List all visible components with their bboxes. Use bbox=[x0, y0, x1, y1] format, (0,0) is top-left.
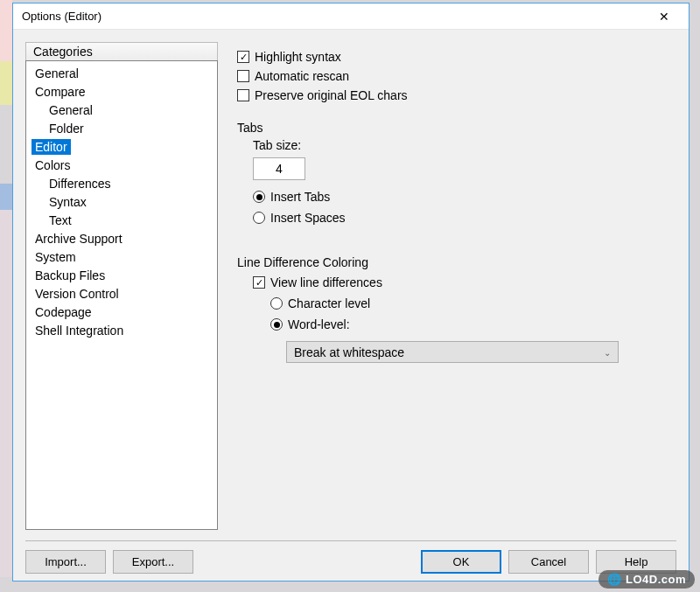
tree-item[interactable]: Editor bbox=[26, 138, 217, 157]
window-title: Options (Editor) bbox=[22, 10, 647, 23]
radio-label: Insert Tabs bbox=[270, 190, 330, 204]
ok-button[interactable]: OK bbox=[421, 550, 501, 574]
watermark: 🌐 LO4D.com bbox=[598, 570, 695, 589]
combo-value: Break at whitespace bbox=[294, 345, 404, 359]
radio-label: Insert Spaces bbox=[270, 211, 346, 225]
tree-item-label: General bbox=[46, 102, 96, 118]
tab-size-label: Tab size: bbox=[253, 138, 676, 152]
insert-tabs-radio[interactable]: Insert Tabs bbox=[253, 187, 676, 206]
tree-item[interactable]: Text bbox=[26, 212, 217, 230]
categories-header: Categories bbox=[25, 42, 218, 60]
tree-item[interactable]: Shell Integration bbox=[26, 322, 217, 340]
globe-icon: 🌐 bbox=[607, 573, 622, 586]
tree-item[interactable]: Archive Support bbox=[26, 230, 217, 248]
char-level-radio[interactable]: Character level bbox=[270, 294, 676, 313]
chevron-down-icon: ⌄ bbox=[604, 347, 611, 357]
tree-item[interactable]: Codepage bbox=[26, 303, 217, 322]
checkbox-label: Preserve original EOL chars bbox=[255, 88, 408, 102]
tree-item-label: Version Control bbox=[32, 286, 122, 302]
tree-item[interactable]: Colors bbox=[26, 157, 217, 175]
tree-item[interactable]: Differences bbox=[26, 175, 217, 193]
tree-item[interactable]: Version Control bbox=[26, 285, 217, 303]
client-area: Categories GeneralCompareGeneralFolderEd… bbox=[13, 30, 689, 581]
tree-item-label: General bbox=[32, 66, 82, 81]
tree-item-label: Text bbox=[46, 212, 75, 228]
group-title: Line Difference Coloring bbox=[237, 255, 676, 269]
radio-label: Character level bbox=[288, 296, 370, 310]
checkbox-icon bbox=[237, 89, 249, 101]
import-button[interactable]: Import... bbox=[25, 550, 106, 574]
radio-icon bbox=[270, 318, 283, 331]
tree-item-label: Codepage bbox=[32, 304, 95, 320]
checkbox-label: Automatic rescan bbox=[255, 69, 349, 83]
options-dialog: Options (Editor) ✕ Categories GeneralCom… bbox=[12, 3, 690, 582]
tree-item[interactable]: System bbox=[26, 248, 217, 267]
tree-item[interactable]: General bbox=[26, 101, 217, 120]
editor-settings-pane: Highlight syntax Automatic rescan Preser… bbox=[237, 42, 676, 530]
checkbox-label: View line differences bbox=[270, 275, 382, 289]
tree-item-label: Archive Support bbox=[32, 231, 126, 247]
tree-item-label: Syntax bbox=[46, 194, 90, 210]
tree-item[interactable]: Folder bbox=[26, 120, 217, 138]
close-icon[interactable]: ✕ bbox=[647, 4, 682, 29]
tree-item[interactable]: General bbox=[26, 65, 217, 83]
top-area: Categories GeneralCompareGeneralFolderEd… bbox=[25, 42, 676, 530]
tree-item-label: Differences bbox=[46, 176, 115, 192]
radio-icon bbox=[253, 191, 265, 203]
checkbox-icon bbox=[237, 70, 249, 82]
tree-item-label: Compare bbox=[32, 84, 89, 100]
tree-item[interactable]: Backup Files bbox=[26, 267, 217, 285]
radio-label: Word-level: bbox=[288, 317, 350, 331]
tabs-group: Tabs Tab size: 4 Insert Tabs Insert Spac… bbox=[237, 121, 676, 227]
tree-item-label: Editor bbox=[32, 139, 71, 155]
tree-item-label: Backup Files bbox=[32, 268, 108, 283]
insert-spaces-radio[interactable]: Insert Spaces bbox=[253, 208, 676, 227]
tree-item[interactable]: Syntax bbox=[26, 193, 217, 212]
break-mode-combo[interactable]: Break at whitespace ⌄ bbox=[286, 341, 619, 363]
cancel-button[interactable]: Cancel bbox=[508, 550, 589, 574]
group-title: Tabs bbox=[237, 121, 676, 135]
tree-item-label: Shell Integration bbox=[32, 323, 127, 338]
dialog-buttons: Import... Export... OK Cancel Help bbox=[25, 550, 676, 574]
highlight-syntax-checkbox[interactable]: Highlight syntax bbox=[237, 47, 676, 66]
checkbox-label: Highlight syntax bbox=[255, 50, 341, 64]
checkbox-icon bbox=[237, 51, 249, 63]
view-line-diff-checkbox[interactable]: View line differences bbox=[253, 273, 676, 292]
export-button[interactable]: Export... bbox=[113, 550, 193, 574]
tree-item-label: System bbox=[32, 249, 80, 265]
tree-item[interactable]: Compare bbox=[26, 83, 217, 101]
watermark-text: LO4D.com bbox=[626, 573, 686, 586]
tree-item-label: Colors bbox=[32, 157, 74, 173]
preserve-eol-checkbox[interactable]: Preserve original EOL chars bbox=[237, 86, 676, 105]
tab-size-input[interactable]: 4 bbox=[253, 157, 305, 180]
line-diff-group: Line Difference Coloring View line diffe… bbox=[237, 255, 676, 363]
radio-icon bbox=[253, 212, 265, 224]
checkbox-icon bbox=[253, 276, 265, 289]
titlebar: Options (Editor) ✕ bbox=[13, 3, 689, 30]
categories-tree[interactable]: GeneralCompareGeneralFolderEditorColorsD… bbox=[25, 60, 218, 530]
tree-item-label: Folder bbox=[46, 121, 88, 136]
divider bbox=[25, 540, 676, 541]
categories-sidebar: Categories GeneralCompareGeneralFolderEd… bbox=[25, 42, 218, 530]
word-level-radio[interactable]: Word-level: bbox=[270, 315, 676, 334]
radio-icon bbox=[270, 297, 283, 310]
automatic-rescan-checkbox[interactable]: Automatic rescan bbox=[237, 66, 676, 86]
